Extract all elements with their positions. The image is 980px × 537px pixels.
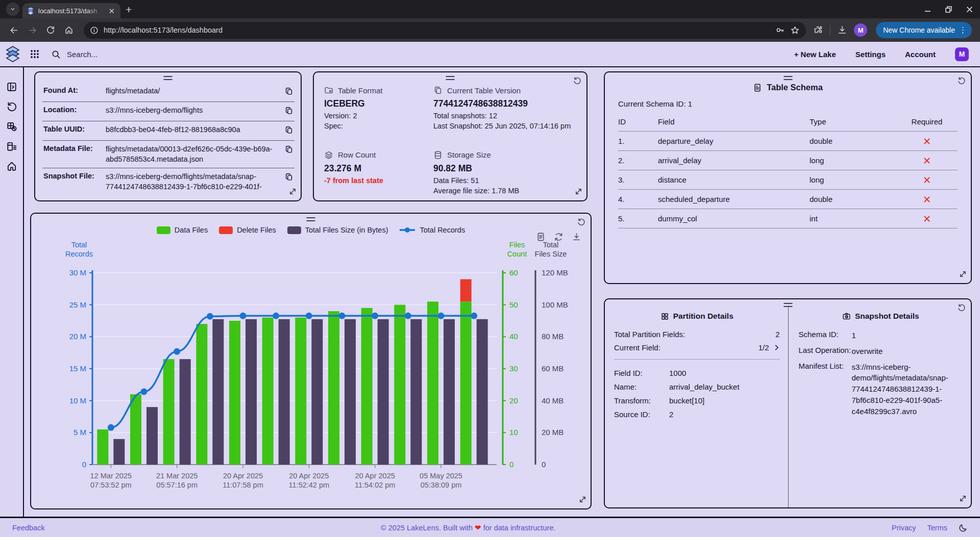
legend-item[interactable]: Data Files: [157, 226, 208, 234]
terms-link[interactable]: Terms: [927, 524, 947, 532]
privacy-link[interactable]: Privacy: [892, 524, 916, 532]
global-search[interactable]: Search...: [51, 49, 785, 59]
svg-text:Files: Files: [509, 241, 525, 249]
copy-button[interactable]: [284, 172, 293, 184]
copy-button[interactable]: [284, 106, 293, 117]
new-tab-button[interactable]: +: [126, 4, 132, 15]
card-resize-icon[interactable]: [289, 188, 297, 197]
tab-title: localhost:5173/dash: [38, 7, 103, 15]
svg-text:20 Apr 2025: 20 Apr 2025: [289, 472, 329, 480]
next-field-chevron-icon[interactable]: [773, 344, 780, 351]
back-button[interactable]: [6, 22, 21, 38]
schema-row-field: dummy_col: [658, 214, 810, 223]
chart-download-icon[interactable]: [572, 232, 581, 242]
card-drag-handle[interactable]: [446, 76, 455, 80]
card-drag-handle[interactable]: [164, 76, 173, 80]
card-refresh-icon[interactable]: [573, 76, 581, 87]
home-icon: [64, 25, 74, 35]
col-required: Required: [896, 117, 958, 126]
partition-field-row: Name:arrival_delay_bucket: [614, 382, 780, 391]
browser-tab[interactable]: localhost:5173/dash ✕: [22, 3, 120, 18]
copy-icon: [284, 125, 293, 135]
legend-item[interactable]: Total Records: [399, 226, 465, 234]
copy-button[interactable]: [284, 87, 293, 98]
window-close-icon[interactable]: [966, 6, 973, 13]
footer: Feedback © 2025 LakeLens. Built with ❤ f…: [0, 517, 980, 537]
current-schema-id: Current Schema ID: 1: [618, 99, 958, 108]
schema-row-required: [896, 196, 958, 203]
app-grid-icon[interactable]: [30, 49, 40, 59]
history-icon: [6, 101, 17, 112]
card-resize-icon[interactable]: [959, 495, 967, 504]
sidebar-item-panel-toggle[interactable]: [6, 81, 18, 93]
sidebar-item-home[interactable]: [6, 160, 18, 172]
field-value: b8fcdbb3-be04-4feb-8f12-881968a8c90a: [106, 125, 282, 135]
extensions-icon[interactable]: [813, 25, 823, 35]
col-id: ID: [618, 117, 658, 126]
new-lake-button[interactable]: + New Lake: [794, 50, 836, 59]
svg-text:20 Apr 2025: 20 Apr 2025: [223, 472, 263, 480]
legend-item[interactable]: Total Files Size (in Bytes): [287, 226, 388, 234]
tab-search-button[interactable]: [6, 3, 19, 16]
card-resize-icon[interactable]: [575, 188, 582, 197]
label: Source ID:: [614, 410, 669, 419]
card-resize-icon[interactable]: [579, 496, 586, 505]
legend-line-swatch: [399, 226, 415, 234]
sidebar-item-snapshots[interactable]: [6, 120, 18, 133]
schema-row-required: [896, 215, 958, 222]
chart-refresh-icon[interactable]: [554, 232, 564, 242]
legend-swatch: [287, 226, 301, 234]
dark-mode-moon-icon[interactable]: [959, 523, 968, 532]
site-favicon: [27, 7, 35, 15]
bookmark-star-icon[interactable]: [790, 25, 800, 35]
chart-notes-icon[interactable]: [536, 232, 546, 242]
card-refresh-icon[interactable]: [957, 76, 966, 87]
metadata-row: Found At:flights/metadata/: [42, 83, 295, 102]
sidebar-item-schema-list[interactable]: [6, 140, 18, 152]
panel-toggle-icon: [6, 81, 17, 92]
schema-row-id: 3.: [618, 175, 658, 184]
snapshot-detail-row: Last Operation:overwrite: [799, 346, 963, 357]
schema-row-field: arrival_delay: [658, 156, 810, 165]
user-avatar[interactable]: M: [955, 47, 969, 61]
copy-button[interactable]: [284, 145, 293, 156]
passkey-icon[interactable]: [775, 25, 785, 35]
copy-button[interactable]: [284, 125, 293, 137]
site-info-icon[interactable]: [90, 26, 99, 35]
card-drag-handle[interactable]: [307, 217, 315, 221]
feedback-link[interactable]: Feedback: [12, 524, 45, 532]
url-bar[interactable]: http://localhost:5173/lens/dashboard: [84, 22, 806, 39]
schema-row: 5.dummy_colint: [618, 209, 958, 228]
settings-button[interactable]: Settings: [855, 50, 886, 59]
schema-row-required: [896, 157, 958, 164]
url-text[interactable]: http://localhost:5173/lens/dashboard: [104, 26, 770, 34]
svg-text:50: 50: [509, 300, 518, 309]
metadata-row: Snapshot File:s3://mns-iceberg-demo/flig…: [42, 168, 295, 195]
reload-button[interactable]: [43, 22, 58, 38]
chrome-update-button[interactable]: New Chrome available ⋮: [876, 22, 972, 38]
downloads-icon[interactable]: [837, 25, 847, 35]
svg-text:11:52:42 pm: 11:52:42 pm: [289, 481, 330, 489]
forward-button[interactable]: [24, 22, 40, 38]
browser-profile-avatar[interactable]: M: [854, 23, 867, 37]
card-refresh-icon[interactable]: [577, 218, 585, 228]
window-minimize-icon[interactable]: [924, 6, 931, 13]
card-drag-handle[interactable]: [783, 76, 792, 80]
account-button[interactable]: Account: [905, 50, 936, 59]
browser-menu-icon[interactable]: ⋮: [959, 25, 967, 35]
partition-field-row: Transform:bucket[10]: [614, 396, 780, 405]
partition-field-rows: Field ID:1000Name:arrival_delay_bucketTr…: [614, 369, 780, 419]
card-resize-icon[interactable]: [959, 270, 967, 280]
svg-text:100 MB: 100 MB: [542, 300, 568, 309]
label: Last Operation:: [799, 346, 852, 357]
sidebar-item-history[interactable]: [6, 100, 18, 113]
legend-item[interactable]: Delete Files: [219, 226, 276, 234]
tab-close-icon[interactable]: ✕: [107, 6, 116, 16]
stat-label: Table Format: [338, 86, 383, 95]
window-restore-icon[interactable]: [945, 6, 952, 13]
svg-text:12 Mar 2025: 12 Mar 2025: [90, 472, 132, 480]
lakelens-logo[interactable]: [5, 46, 20, 62]
metadata-row: Metadata File:flights/metadata/00013-d2e…: [42, 141, 295, 168]
home-button[interactable]: [61, 22, 77, 38]
snapshot-details-title: Snapshot Details: [855, 312, 919, 321]
